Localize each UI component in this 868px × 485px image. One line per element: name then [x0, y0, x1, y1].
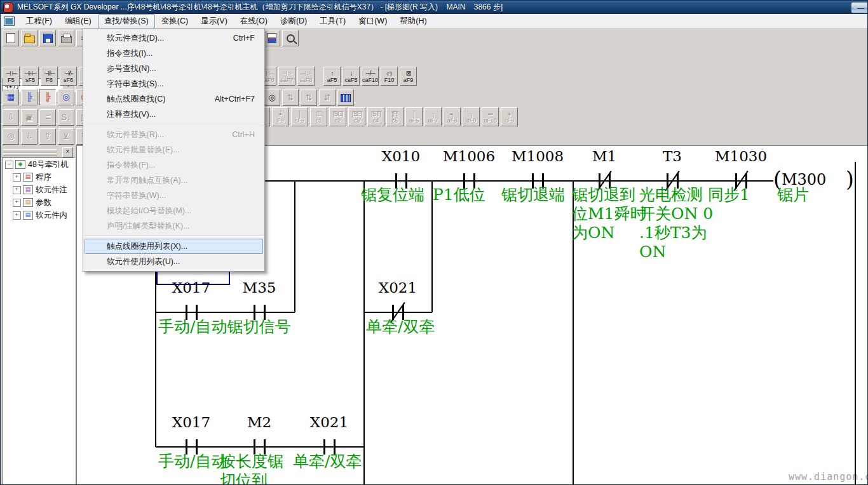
- save-project-button[interactable]: [39, 30, 56, 46]
- device-comment: 同步1: [708, 185, 750, 204]
- toolbar-glyph-button[interactable]: ╠: [39, 89, 56, 105]
- ladder-symbol-icon: │: [412, 110, 416, 117]
- expand-icon[interactable]: +: [13, 211, 21, 220]
- ladder-symbol-saf7-button: ⊣↑⊦saF7: [278, 67, 295, 86]
- toolbar-glyph-icon: ⇅: [306, 93, 313, 102]
- menu-item[interactable]: 触点线圈使用列表(X)...: [85, 239, 263, 254]
- watermark: www.diangon.com: [789, 471, 868, 482]
- toolbar-glyph-icon: ⇧: [44, 132, 51, 141]
- expand-icon[interactable]: +: [13, 199, 21, 207]
- menu-e[interactable]: 编辑(E): [58, 14, 98, 29]
- menu-item[interactable]: 软元件使用列表(U)...: [85, 254, 263, 269]
- menu-v[interactable]: 显示(V): [194, 14, 234, 29]
- toolbar-glyph-button[interactable]: ╠: [21, 89, 37, 105]
- tree-item-0[interactable]: +▤程序: [3, 171, 74, 183]
- menu-item: 常开常闭触点互换(A)...: [85, 173, 263, 188]
- ladder-symbol-sf5-button[interactable]: ⊣⊦⊢sF5: [22, 67, 39, 86]
- ladder-symbol-saf8-button: ⊣↓⊦saF8: [297, 67, 315, 86]
- menu-item[interactable]: 触点线圈查找(C)Alt+Ctrl+F7: [85, 91, 263, 107]
- tree-item-1[interactable]: +▤软元件注: [3, 183, 74, 196]
- ladder-symbol-caf10-button[interactable]: ─/─caF10: [362, 67, 379, 86]
- menu-item-label: 字符串替换(W)...: [107, 189, 255, 203]
- ladder-line: [156, 312, 295, 313]
- tree-item-3[interactable]: +▤软元件内: [3, 209, 74, 222]
- menu-bar: 工程(F)编辑(E)查找/替换(S)变换(C)显示(V)在线(O)诊断(D)工具…: [1, 14, 867, 29]
- ladder-symbol-icon: [SC]: [333, 110, 342, 117]
- toolbar-glyph-button[interactable]: [337, 90, 354, 106]
- find-monitor-button[interactable]: [282, 30, 299, 46]
- menu-item[interactable]: 指令查找(I)...: [85, 46, 263, 61]
- toolbar-glyph-icon: ╠: [26, 93, 32, 102]
- open-project-button[interactable]: [21, 30, 37, 46]
- tree-item-label: 软元件注: [36, 185, 67, 196]
- ladder-symbol-af5-button[interactable]: ↑aF5: [323, 67, 341, 86]
- contact-label-X010: X010: [366, 148, 436, 164]
- tree-node-icon: ▤: [23, 185, 33, 194]
- toolbar-glyph-button: ⇅: [301, 90, 317, 106]
- ladder-symbol-sf6-button[interactable]: ⊣/⊦sF6: [60, 67, 77, 86]
- ladder-symbol-af9-button[interactable]: ⊠aF9: [400, 67, 417, 86]
- tree-item-root[interactable]: −◆48号牵引机: [3, 158, 74, 171]
- ladder-symbol-icon: ⊣↑⊦: [282, 70, 292, 77]
- menu-h[interactable]: 帮助(H): [393, 14, 433, 29]
- menu-item[interactable]: 软元件查找(D)...Ctrl+F: [85, 30, 263, 46]
- program-check-button[interactable]: [264, 30, 280, 46]
- menu-f[interactable]: 工程(F): [20, 14, 58, 29]
- toolbar-glyph-button[interactable]: ▦: [3, 89, 19, 105]
- ladder-symbol-key: F5: [8, 77, 15, 83]
- ladder-symbol-icon: ┐: [469, 110, 473, 117]
- toolbar-glyph-button[interactable]: ◎: [58, 89, 74, 105]
- project-tree: −◆48号牵引机+▤程序+▤软元件注+▤参数+▤软元件内: [2, 157, 75, 485]
- ladder-symbol-icon: ⊣/⊢: [44, 70, 55, 77]
- ladder-symbol-f6-button[interactable]: ⊣/⊢F6: [41, 67, 58, 86]
- ladder-symbol-f5-button[interactable]: ⊣ ⊢F5: [3, 67, 20, 86]
- ladder-symbol-caf5-button[interactable]: ↓caF5: [342, 67, 360, 86]
- tree-item-label: 48号牵引机: [28, 159, 69, 170]
- coil-close[interactable]: ): [846, 167, 854, 192]
- ladder-symbol-key: sF9: [295, 117, 304, 124]
- new-file-button[interactable]: [3, 30, 19, 46]
- menu-d[interactable]: 诊断(D): [274, 14, 313, 29]
- menu-item-label: 软元件替换(R)...: [107, 128, 232, 142]
- ladder-symbol-icon: ⊣⊦⊢: [24, 70, 37, 77]
- close-icon[interactable]: ×: [62, 147, 73, 157]
- menu-item[interactable]: 步号查找(N)...: [85, 61, 263, 76]
- contact-label-T3: T3: [637, 148, 707, 164]
- menu-w[interactable]: 窗口(W): [352, 14, 393, 29]
- toolbar-glyph-button[interactable]: ◎: [264, 90, 280, 106]
- ladder-symbol-f10-button[interactable]: ⊓F10: [381, 67, 398, 86]
- menu-separator: [85, 236, 263, 237]
- menu-s[interactable]: 查找/替换(S): [98, 14, 155, 29]
- ladder-symbol-key: c5: [392, 117, 398, 124]
- expand-icon[interactable]: +: [13, 186, 21, 194]
- menu-item[interactable]: 注释查找(V)...: [85, 107, 263, 122]
- ladder-symbol-icon: ⊣ ⊢: [6, 70, 17, 77]
- ladder-symbol-af9-button: ┐aF9: [463, 107, 480, 126]
- expand-icon[interactable]: +: [13, 173, 21, 182]
- device-comment: 光电检测 开关ON 0 .1秒T3为 ON: [639, 185, 713, 262]
- ladder-symbol-key: aF8: [447, 117, 458, 124]
- collapse-icon[interactable]: −: [5, 161, 13, 169]
- find-monitor-icon: [287, 34, 295, 43]
- ladder-symbol-sf9-button: │sF9: [291, 107, 308, 126]
- panel-gripper[interactable]: [3, 153, 57, 156]
- window-title: MELSOFT系列 GX Developer ...序\48号机\48号牵引机\…: [17, 2, 503, 13]
- ladder-symbol-af5-button: │aF5: [405, 107, 423, 126]
- menu-separator: [85, 124, 263, 125]
- ladder-symbol-c3-button: [SE]c3: [348, 107, 365, 126]
- ladder-symbol-key: c1: [316, 117, 322, 124]
- ladder-symbol-icon: │: [298, 110, 301, 117]
- menu-item-label: 模块起始I/O号替换(M)...: [107, 204, 255, 218]
- menu-item: 指令替换(F)...: [85, 157, 263, 173]
- minimize-button[interactable]: —: [851, 2, 868, 13]
- menu-c[interactable]: 变换(C): [155, 14, 194, 29]
- menu-item[interactable]: 字符串查找(S)...: [85, 76, 263, 91]
- device-comment: P1低位: [433, 185, 485, 204]
- tree-item-label: 程序: [36, 172, 51, 183]
- toolbar-glyph-icon: ▦: [7, 93, 15, 102]
- panel-gripper[interactable]: [3, 149, 57, 152]
- tree-item-2[interactable]: +▤参数: [3, 196, 74, 209]
- menu-t[interactable]: 工具(T): [313, 14, 352, 29]
- print-button[interactable]: [58, 30, 74, 46]
- menu-o[interactable]: 在线(O): [234, 14, 274, 29]
